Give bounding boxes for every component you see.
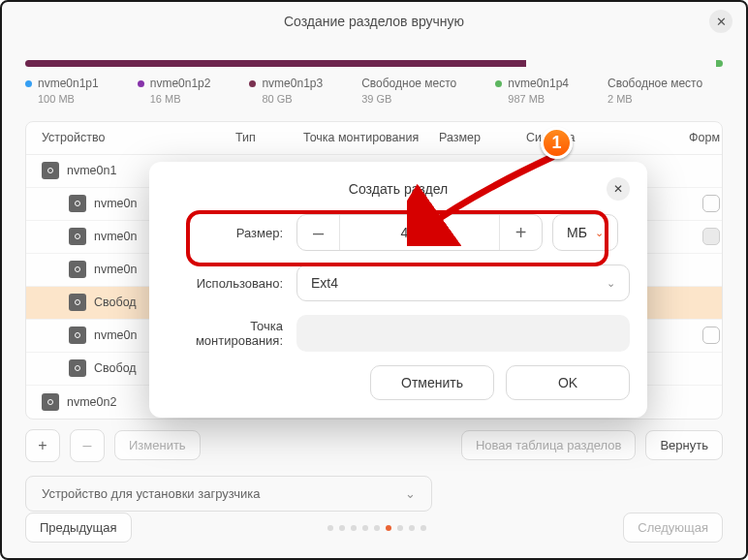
mount-label: Точка монтирования:: [167, 319, 283, 348]
size-label: Размер:: [167, 226, 283, 240]
dialog-title: Создать раздел: [349, 181, 448, 197]
unit-select[interactable]: МБ ⌄: [552, 214, 618, 251]
create-partition-dialog: Создать раздел ✕ Размер: – 40000 + МБ ⌄ …: [149, 162, 647, 418]
dialog-close-icon[interactable]: ✕: [607, 177, 630, 201]
size-input[interactable]: 40000: [340, 215, 499, 250]
chevron-down-icon: ⌄: [607, 277, 615, 290]
decrement-button[interactable]: –: [297, 215, 340, 250]
annotation-badge: 1: [541, 127, 573, 159]
increment-button[interactable]: +: [499, 215, 542, 250]
mount-point-input[interactable]: [296, 315, 630, 352]
chevron-down-icon: ⌄: [595, 227, 604, 239]
size-stepper[interactable]: – 40000 +: [296, 214, 543, 251]
ok-button[interactable]: OK: [506, 365, 630, 400]
cancel-button[interactable]: Отменить: [370, 365, 494, 400]
filesystem-select[interactable]: Ext4 ⌄: [296, 264, 630, 301]
used-as-label: Использовано:: [167, 276, 283, 291]
